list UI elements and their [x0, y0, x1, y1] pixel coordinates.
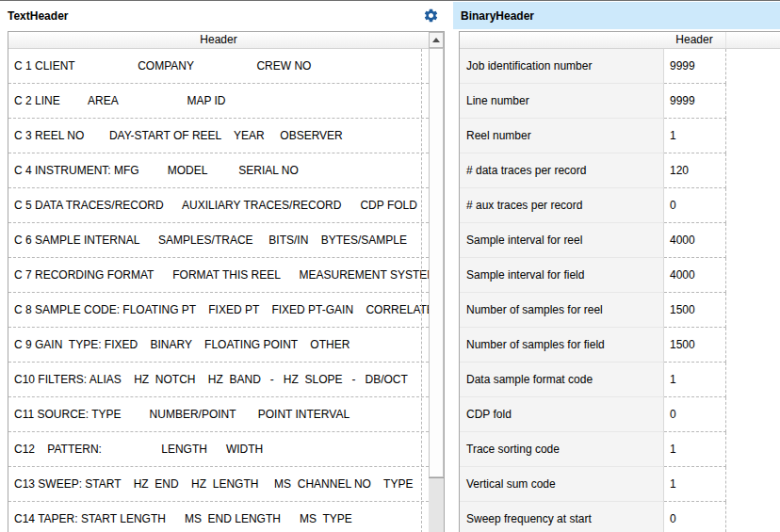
- binary-field-name[interactable]: # aux traces per record: [460, 188, 664, 223]
- textheader-panel: TextHeader Header C 1 CLIENT COMPANY CRE…: [0, 2, 447, 532]
- binary-field-name[interactable]: Trace sorting code: [460, 432, 664, 467]
- binary-field-value[interactable]: 4000: [664, 223, 726, 258]
- binary-header-row: Sample interval for reel4000: [460, 223, 780, 258]
- binaryheader-column-header-row: Header: [460, 32, 780, 49]
- binary-field-name[interactable]: Vertical sum code: [460, 467, 664, 502]
- textheader-vertical-scrollbar[interactable]: [429, 32, 444, 532]
- binary-header-row: # data traces per record120: [460, 153, 780, 188]
- binaryheader-titlebar[interactable]: BinaryHeader: [453, 2, 780, 29]
- up-arrow-icon: [432, 38, 440, 42]
- binary-header-row: Number of samples for field1500: [460, 328, 780, 363]
- text-header-row[interactable]: C 8 SAMPLE CODE: FLOATING PT FIXED PT FI…: [8, 293, 429, 328]
- text-header-row[interactable]: C 1 CLIENT COMPANY CREW NO: [8, 49, 429, 84]
- binary-header-row: Vertical sum code1: [460, 467, 780, 502]
- binary-header-row: Sweep frequency at start0: [460, 502, 780, 532]
- binary-field-name[interactable]: Sweep frequency at start: [460, 502, 664, 532]
- binary-field-value[interactable]: 120: [664, 153, 726, 188]
- binary-header-row: Line number9999: [460, 84, 780, 119]
- text-header-row[interactable]: C14 TAPER: START LENGTH MS END LENGTH MS…: [8, 502, 429, 532]
- binary-field-name[interactable]: Sample interval for reel: [460, 223, 664, 258]
- binary-field-name[interactable]: Job identification number: [460, 49, 664, 84]
- binary-field-value[interactable]: 4000: [664, 258, 726, 293]
- binary-header-row: Number of samples for reel1500: [460, 293, 780, 328]
- binaryheader-column-header[interactable]: Header: [663, 32, 726, 48]
- binaryheader-table: Header Job identification number9999Line…: [459, 31, 780, 532]
- binary-header-row: # aux traces per record0: [460, 188, 780, 223]
- text-header-row[interactable]: C 5 DATA TRACES/RECORD AUXILIARY TRACES/…: [8, 188, 429, 223]
- text-header-row[interactable]: C 9 GAIN TYPE: FIXED BINARY FLOATING POI…: [8, 328, 429, 363]
- binary-field-value[interactable]: 1500: [664, 328, 726, 363]
- text-header-row[interactable]: C 3 REEL NO DAY-START OF REEL YEAR OBSER…: [8, 119, 429, 153]
- textheader-column-header[interactable]: Header: [8, 32, 429, 49]
- binary-field-name[interactable]: Data sample format code: [460, 363, 664, 397]
- binaryheader-row-list: Job identification number9999Line number…: [460, 49, 780, 532]
- text-header-row[interactable]: C11 SOURCE: TYPE NUMBER/POINT POINT INTE…: [8, 397, 429, 432]
- scrollbar-thumb[interactable]: [429, 48, 444, 477]
- settings-gear-icon[interactable]: [422, 8, 439, 24]
- text-header-row[interactable]: C 6 SAMPLE INTERNAL SAMPLES/TRACE BITS/I…: [8, 223, 429, 258]
- binaryheader-panel: BinaryHeader Header Job identification n…: [453, 2, 780, 532]
- binary-field-name[interactable]: # data traces per record: [460, 153, 664, 188]
- binary-field-name[interactable]: Line number: [460, 84, 664, 119]
- binary-field-value[interactable]: 1: [664, 467, 726, 502]
- binaryheader-title: BinaryHeader: [461, 9, 534, 23]
- scrollbar-track[interactable]: [429, 477, 444, 532]
- binary-header-row: CDP fold0: [460, 397, 780, 432]
- binary-field-value[interactable]: 0: [664, 502, 726, 532]
- binary-field-value[interactable]: 0: [664, 397, 726, 432]
- binary-field-value[interactable]: 1500: [664, 293, 726, 328]
- binary-header-row: Reel number1: [460, 119, 780, 153]
- text-header-row[interactable]: C 7 RECORDING FORMAT FORMAT THIS REEL ME…: [8, 258, 429, 293]
- text-header-row[interactable]: C12 PATTERN: LENGTH WIDTH: [8, 432, 429, 467]
- binary-header-row: Job identification number9999: [460, 49, 780, 84]
- binary-field-value[interactable]: 9999: [664, 84, 726, 119]
- binary-field-value[interactable]: 1: [664, 363, 726, 397]
- gear-icon: [423, 8, 439, 24]
- binary-field-name[interactable]: CDP fold: [460, 397, 664, 432]
- textheader-title: TextHeader: [8, 9, 68, 23]
- textheader-column-header-label: Header: [200, 33, 236, 46]
- binary-field-value[interactable]: 9999: [664, 49, 726, 84]
- binary-field-value[interactable]: 0: [664, 188, 726, 223]
- textheader-titlebar[interactable]: TextHeader: [0, 2, 447, 29]
- scroll-up-button[interactable]: [429, 32, 444, 48]
- binary-field-name[interactable]: Sample interval for field: [460, 258, 664, 293]
- binary-field-name[interactable]: Number of samples for reel: [460, 293, 664, 328]
- binary-field-name[interactable]: Number of samples for field: [460, 328, 664, 363]
- text-header-row[interactable]: C 2 LINE AREA MAP ID: [8, 84, 429, 119]
- textheader-row-list: C 1 CLIENT COMPANY CREW NOC 2 LINE AREA …: [8, 49, 429, 532]
- text-header-row[interactable]: C 4 INSTRUMENT: MFG MODEL SERIAL NO: [8, 153, 429, 188]
- text-header-row[interactable]: C10 FILTERS: ALIAS HZ NOTCH HZ BAND - HZ…: [8, 363, 429, 397]
- binary-field-value[interactable]: 1: [664, 432, 726, 467]
- binary-field-name[interactable]: Reel number: [460, 119, 664, 153]
- binary-header-row: Sample interval for field4000: [460, 258, 780, 293]
- segy-viewer-window: TextHeader Header C 1 CLIENT COMPANY CRE…: [0, 0, 780, 532]
- text-header-row[interactable]: C13 SWEEP: START HZ END HZ LENGTH MS CHA…: [8, 467, 429, 502]
- binary-header-row: Trace sorting code1: [460, 432, 780, 467]
- binary-header-row: Data sample format code1: [460, 363, 780, 397]
- binary-field-value[interactable]: 1: [664, 119, 726, 153]
- textheader-table: Header C 1 CLIENT COMPANY CREW NOC 2 LIN…: [8, 31, 445, 532]
